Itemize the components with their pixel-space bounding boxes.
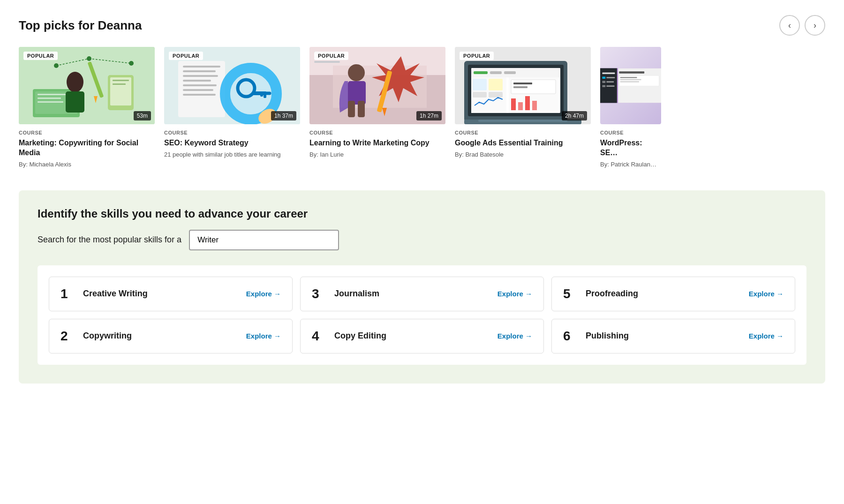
- skills-section: Identify the skills you need to advance …: [19, 190, 825, 384]
- skill-item-journalism[interactable]: 3 Journalism Explore →: [300, 277, 544, 311]
- course-title-2: SEO: Keyword Strategy: [164, 138, 300, 148]
- popular-badge-4: POPULAR: [460, 52, 494, 60]
- svg-rect-54: [474, 71, 488, 74]
- skills-title: Identify the skills you need to advance …: [38, 207, 806, 220]
- popular-badge-3: POPULAR: [314, 52, 348, 60]
- svg-point-40: [348, 64, 365, 81]
- svg-rect-55: [490, 71, 502, 74]
- course-title-1: Marketing: Copywriting for Social Media: [19, 138, 155, 158]
- courses-carousel: POPULAR 53m COURSE Marketing: Copywritin…: [19, 47, 825, 168]
- skills-grid-container: 1 Creative Writing Explore → 3 Journalis…: [38, 265, 806, 365]
- svg-rect-58: [473, 79, 487, 90]
- skill-number-2: 2: [60, 329, 75, 344]
- skill-item-copy-editing[interactable]: 4 Copy Editing Explore →: [300, 319, 544, 354]
- skills-grid: 1 Creative Writing Explore → 3 Journalis…: [49, 277, 795, 354]
- svg-point-6: [67, 72, 83, 92]
- course-thumb-1: POPULAR 53m: [19, 47, 155, 124]
- svg-rect-42: [348, 101, 355, 117]
- next-button[interactable]: ›: [805, 15, 825, 36]
- svg-rect-66: [511, 98, 516, 110]
- svg-rect-60: [473, 92, 487, 98]
- svg-rect-3: [38, 94, 66, 95]
- svg-rect-85: [620, 77, 637, 78]
- svg-rect-87: [620, 81, 639, 82]
- carousel-nav: ‹ ›: [779, 15, 825, 36]
- svg-rect-67: [518, 102, 523, 110]
- svg-rect-77: [606, 77, 615, 78]
- course-thumb-2: POPULAR 1h 37m: [164, 47, 300, 124]
- course-title-3: Learning to Write Marketing Copy: [309, 138, 445, 148]
- course-thumb-4: POPULAR 2h 47m: [455, 47, 591, 124]
- skills-search-label: Search for the most popular skills for a: [38, 235, 181, 245]
- skill-name-5: Proofreading: [586, 289, 638, 299]
- course-title-4: Google Ads Essential Training: [455, 138, 591, 148]
- skill-explore-2[interactable]: Explore →: [246, 332, 281, 340]
- svg-rect-25: [183, 84, 217, 86]
- course-meta-5: By: Patrick Raulan…: [600, 161, 661, 168]
- skill-name-1: Creative Writing: [83, 289, 148, 299]
- svg-rect-64: [513, 83, 532, 84]
- svg-rect-26: [183, 89, 213, 91]
- skill-name-6: Publishing: [586, 331, 629, 341]
- skill-name-4: Copy Editing: [334, 331, 386, 341]
- skill-explore-5[interactable]: Explore →: [749, 290, 784, 298]
- course-meta-1: By: Michaela Alexis: [19, 161, 155, 168]
- skill-item-creative-writing[interactable]: 1 Creative Writing Explore →: [49, 277, 293, 311]
- skill-explore-4[interactable]: Explore →: [497, 332, 532, 340]
- svg-rect-27: [183, 94, 216, 96]
- top-picks-header: Top picks for Deanna ‹ ›: [19, 15, 825, 36]
- course-card-3[interactable]: POPULAR 1h 27m COURSE Learning to Write …: [309, 47, 445, 168]
- duration-badge-3: 1h 27m: [416, 111, 442, 120]
- course-thumb-5: [600, 47, 661, 124]
- skill-name-2: Copywriting: [83, 331, 132, 341]
- skill-number-5: 5: [563, 286, 578, 301]
- svg-rect-59: [489, 79, 503, 90]
- course-label-1: COURSE: [19, 130, 155, 135]
- skill-number-6: 6: [563, 329, 578, 344]
- skill-explore-6[interactable]: Explore →: [749, 332, 784, 340]
- skill-item-proofreading[interactable]: 5 Proofreading Explore →: [551, 277, 795, 311]
- popular-badge-1: POPULAR: [23, 52, 58, 60]
- svg-rect-5: [38, 101, 63, 103]
- page-title: Top picks for Deanna: [19, 18, 142, 33]
- svg-rect-7: [66, 91, 84, 113]
- course-label-5: COURSE: [600, 130, 661, 135]
- svg-rect-43: [358, 101, 365, 117]
- svg-rect-79: [606, 81, 614, 83]
- course-card-1[interactable]: POPULAR 53m COURSE Marketing: Copywritin…: [19, 47, 155, 168]
- svg-rect-83: [619, 71, 644, 73]
- svg-rect-86: [620, 79, 641, 80]
- svg-rect-68: [525, 96, 530, 110]
- skills-search-row: Search for the most popular skills for a: [38, 230, 806, 250]
- course-label-3: COURSE: [309, 130, 445, 135]
- popular-badge-2: POPULAR: [169, 52, 203, 60]
- course-label-4: COURSE: [455, 130, 591, 135]
- svg-rect-78: [602, 81, 605, 83]
- svg-rect-56: [504, 71, 516, 74]
- svg-rect-22: [183, 70, 216, 72]
- svg-rect-13: [113, 83, 126, 85]
- skill-name-3: Journalism: [334, 289, 379, 299]
- prev-button[interactable]: ‹: [779, 15, 800, 36]
- skill-item-copywriting[interactable]: 2 Copywriting Explore →: [49, 319, 293, 354]
- course-card-2[interactable]: POPULAR 1h 37m COURSE SEO: Keyword Strat…: [164, 47, 300, 168]
- duration-badge-4: 2h 47m: [562, 111, 587, 120]
- skill-explore-1[interactable]: Explore →: [246, 290, 281, 298]
- svg-rect-71: [478, 120, 567, 122]
- course-card-4[interactable]: POPULAR 2h 47m COURSE Google Ads Essenti…: [455, 47, 591, 168]
- svg-rect-75: [602, 72, 615, 74]
- skill-number-4: 4: [312, 329, 327, 344]
- skills-search-input[interactable]: [189, 230, 339, 250]
- svg-rect-61: [489, 92, 503, 98]
- course-thumb-3: POPULAR 1h 27m: [309, 47, 445, 124]
- course-card-5[interactable]: COURSE WordPress: SE… By: Patrick Raulan…: [600, 47, 661, 168]
- svg-rect-21: [183, 66, 220, 68]
- duration-badge-2: 1h 37m: [271, 111, 296, 120]
- svg-rect-11: [110, 77, 131, 105]
- skill-explore-3[interactable]: Explore →: [497, 290, 532, 298]
- duration-badge-1: 53m: [134, 111, 151, 120]
- svg-rect-76: [602, 76, 605, 78]
- skill-item-publishing[interactable]: 6 Publishing Explore →: [551, 319, 795, 354]
- skill-number-3: 3: [312, 286, 327, 301]
- course-meta-2: 21 people with similar job titles are le…: [164, 151, 300, 158]
